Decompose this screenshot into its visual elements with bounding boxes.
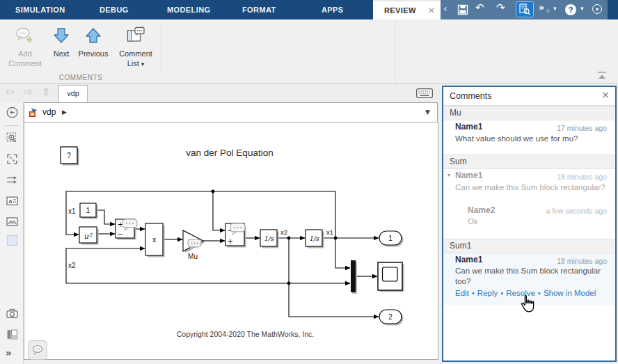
model-title: van der Pol Equation [139, 148, 320, 158]
back-icon[interactable]: ⇦ [6, 86, 15, 98]
svg-text:−: − [118, 230, 123, 238]
svg-text:2: 2 [388, 313, 393, 321]
previous-comment-button[interactable]: Previous [75, 25, 111, 58]
block-mux[interactable] [351, 260, 357, 294]
collapse-thread-icon[interactable]: ▾ [447, 172, 450, 178]
signal-lines-icon[interactable] [6, 173, 18, 186]
svg-text:x: x [152, 235, 157, 244]
svg-text:u²: u² [84, 232, 93, 241]
help-dropdown-icon[interactable]: ▾ [580, 5, 584, 12]
signal-line-x1-to-mux [335, 238, 350, 268]
hide-ribbon-icon[interactable]: ▾ [592, 4, 602, 14]
copyright-annotation: Copyright 2004-2020 The MathWorks, Inc. [160, 330, 331, 338]
comment-timestamp: 18 minutes ago [557, 257, 607, 265]
tab-review-active[interactable]: REVIEW × [373, 0, 441, 19]
block-square-fcn[interactable]: u² [79, 227, 99, 245]
tab-modeling[interactable]: MODELING [167, 0, 210, 19]
titlebar-corner [608, 0, 618, 19]
comment-author: Name1 [455, 171, 482, 180]
annotation-icon[interactable]: A [6, 194, 18, 207]
viewmark-icon[interactable] [6, 234, 18, 246]
junction-dot [334, 237, 338, 240]
section-header-sum1[interactable]: Sum1 [443, 239, 615, 253]
toolbar-overflow-icon[interactable]: ‹ [443, 3, 447, 14]
library-browser-icon[interactable] [6, 328, 18, 340]
signal-label-x2-mid: x2 [280, 228, 287, 236]
block-integrator-2[interactable]: 1/s [306, 230, 324, 248]
svg-text:1: 1 [388, 235, 393, 242]
block-integrator-1[interactable]: 1/s [260, 230, 279, 248]
next-comment-button[interactable]: Next [49, 25, 74, 58]
document-tab-vdp[interactable]: vdp [58, 85, 88, 102]
block-constant[interactable]: 1 [80, 203, 98, 219]
hide-ribbon-caret: ▾ [596, 6, 599, 13]
fit-to-view-icon[interactable] [6, 152, 18, 165]
signal-line-x1-to-sum [213, 191, 225, 230]
undo-icon[interactable]: ↶ [475, 1, 484, 14]
signal-label-x2: x2 [68, 262, 76, 269]
forward-icon[interactable]: ⇨ [24, 86, 33, 98]
comment-timestamp: 18 minutes ago [557, 173, 607, 181]
tab-simulation[interactable]: SIMULATION [15, 0, 65, 19]
reply-body: Ok [468, 217, 478, 225]
breadcrumb-model-name[interactable]: vdp [42, 103, 56, 122]
tab-debug[interactable]: DEBUG [100, 0, 129, 19]
add-comment-icon [15, 26, 35, 45]
section-header-mu[interactable]: Mu [443, 106, 615, 120]
block-scope[interactable] [378, 262, 404, 292]
screenshot-icon[interactable] [6, 307, 18, 319]
add-comment-button[interactable]: Add Comment [4, 25, 46, 68]
add-shortcuts-icon[interactable]: » [539, 2, 544, 13]
ribbon-group-label: COMMENTS [0, 74, 161, 81]
comment-body: What value should we use for mu? [455, 134, 578, 143]
signal-label-x1: x1 [68, 207, 76, 215]
junction-dot [287, 282, 291, 285]
simulink-review-window: SIMULATION DEBUG MODELING FORMAT APPS RE… [0, 0, 618, 364]
block-more-info[interactable]: ? [61, 147, 79, 166]
redo-icon[interactable]: ↷ [496, 1, 505, 14]
shortcuts-dropdown-icon[interactable]: ▾ [553, 5, 557, 12]
search-highlighted-button[interactable] [516, 1, 534, 17]
reply-link[interactable]: Reply [477, 289, 498, 297]
section-header-sum[interactable]: Sum [443, 155, 615, 169]
image-icon[interactable] [6, 215, 18, 228]
search-document-icon [516, 2, 533, 17]
keyboard-icon[interactable] [416, 88, 433, 98]
close-review-tab-icon[interactable]: × [428, 5, 435, 16]
breadcrumb-bar[interactable]: vdp ▶ ▼ [24, 102, 438, 122]
comment-timestamp: 17 minutes ago [557, 124, 607, 132]
reply-timestamp: a few seconds ago [546, 207, 607, 215]
tab-format[interactable]: FORMAT [242, 0, 276, 19]
svg-text:1: 1 [86, 207, 90, 214]
help-icon[interactable]: ? [565, 4, 576, 15]
svg-text:?: ? [67, 152, 71, 159]
show-comments-button[interactable] [28, 340, 47, 360]
block-outport-2[interactable]: 2 [379, 310, 404, 326]
block-product[interactable]: x [145, 223, 165, 258]
toolstrip-tabbar: SIMULATION DEBUG MODELING FORMAT APPS RE… [0, 0, 618, 19]
quick-access-toolbar: ‹ ↶ ↷ » ☆ ▾ ? ▾ ▾ [441, 0, 608, 19]
comment-author: Name1 [455, 122, 482, 132]
svg-text:A: A [8, 198, 13, 204]
junction-dot [212, 190, 215, 193]
signal-label-x1-right: x1 [326, 228, 333, 236]
comment-indicator-icon[interactable] [188, 239, 201, 250]
comment-list-label1: Comment [119, 49, 152, 58]
edit-link[interactable]: Edit [455, 289, 469, 297]
block-outport-1[interactable]: 1 [379, 231, 404, 247]
save-icon[interactable] [457, 4, 468, 15]
comment-list-button[interactable]: Comment List ▾ [113, 25, 159, 69]
collapse-ribbon-icon[interactable] [597, 71, 607, 79]
breadcrumb-dropdown-icon[interactable]: ▼ [425, 103, 430, 122]
palette-separator [5, 125, 19, 126]
hide-browser-icon[interactable] [6, 106, 18, 118]
tab-apps[interactable]: APPS [322, 0, 344, 19]
show-in-model-link[interactable]: Show in Model [544, 289, 596, 297]
up-to-parent-icon[interactable]: ⇧ [42, 86, 51, 98]
palette-more-icon[interactable]: » [6, 347, 12, 358]
zoom-region-icon[interactable] [6, 132, 18, 144]
next-arrow-icon [54, 27, 69, 44]
breadcrumb-expand-icon[interactable]: ▶ [62, 103, 67, 122]
comment-list-label2: List [127, 59, 139, 68]
close-comments-icon[interactable]: × [601, 89, 610, 100]
